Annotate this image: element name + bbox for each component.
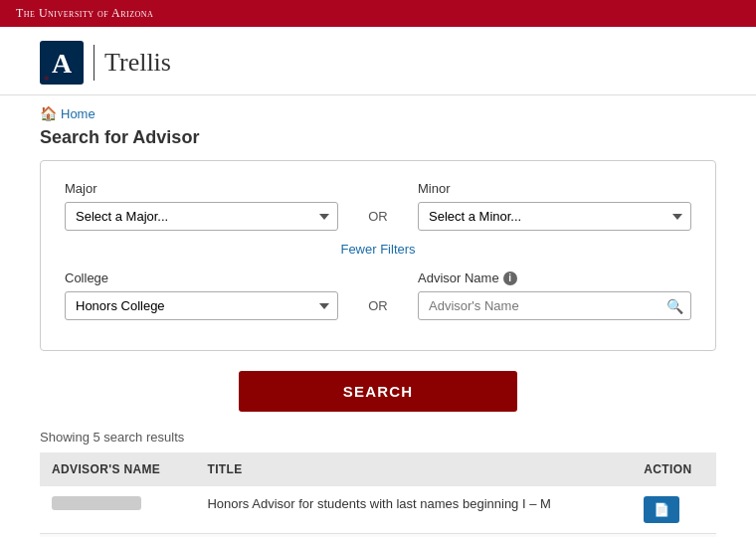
major-label: Major [65, 181, 338, 196]
major-group: Major Select a Major... [65, 181, 338, 231]
view-button[interactable]: 📄 [644, 496, 679, 523]
col-action: Action [632, 452, 716, 486]
svg-text:®: ® [44, 75, 50, 83]
table-row: Honors Advisor for students with last na… [40, 534, 716, 538]
advisor-name-label: Advisor Name i [418, 270, 691, 285]
search-card: Major Select a Major... OR Minor Select … [40, 160, 716, 351]
page-title: Search for Advisor [0, 125, 756, 160]
home-icon: 🏠 [40, 105, 57, 121]
search-btn-row: SEARCH [40, 371, 716, 412]
or-label-1: OR [338, 181, 418, 224]
col-title: Title [195, 452, 632, 486]
or-label-2: OR [338, 270, 418, 313]
search-button[interactable]: SEARCH [239, 371, 517, 412]
minor-label: Minor [418, 181, 691, 196]
advisor-name-info-icon[interactable]: i [503, 271, 517, 285]
advisor-name-cell [40, 534, 195, 538]
college-label: College [65, 270, 338, 285]
table-header-row: Advisor's Name Title Action [40, 452, 716, 486]
title-cell: Honors Advisor for students with last na… [195, 486, 632, 534]
advisor-search-icon: 🔍 [666, 298, 683, 314]
breadcrumb: 🏠 Home [0, 95, 756, 125]
breadcrumb-home-link[interactable]: Home [61, 106, 95, 121]
table-row: Honors Advisor for students with last na… [40, 486, 716, 534]
col-advisor-name: Advisor's Name [40, 452, 195, 486]
title-cell: Honors Advisor for students with last na… [195, 534, 632, 538]
logo-area: A ® Trellis [0, 27, 756, 95]
svg-text:A: A [52, 48, 73, 79]
minor-group: Minor Select a Minor... [418, 181, 691, 231]
fewer-filters-row: Fewer Filters [65, 241, 691, 257]
advisor-name-input[interactable] [418, 291, 691, 320]
action-cell: 📄 [632, 534, 716, 538]
action-cell: 📄 [632, 486, 716, 534]
advisor-name-cell [40, 486, 195, 534]
college-group: College Honors College [65, 270, 338, 320]
college-advisor-row: College Honors College OR Advisor Name i… [65, 270, 691, 320]
major-select[interactable]: Select a Major... [65, 202, 338, 231]
results-table: Advisor's Name Title Action Honors Advis… [40, 452, 716, 537]
results-info: Showing 5 search results [0, 424, 756, 452]
ua-logo-icon: A ® [40, 41, 84, 85]
app-name: Trellis [104, 48, 171, 78]
college-select[interactable]: Honors College [65, 291, 338, 320]
advisor-name-group: Advisor Name i 🔍 [418, 270, 691, 320]
fewer-filters-link[interactable]: Fewer Filters [340, 242, 415, 257]
university-title: The University of Arizona [16, 6, 153, 20]
minor-select[interactable]: Select a Minor... [418, 202, 691, 231]
advisor-name-input-wrap: 🔍 [418, 291, 691, 320]
advisor-name-blurred [52, 496, 141, 510]
major-minor-row: Major Select a Major... OR Minor Select … [65, 181, 691, 231]
logo-divider [94, 45, 94, 81]
top-bar: The University of Arizona [0, 0, 756, 27]
